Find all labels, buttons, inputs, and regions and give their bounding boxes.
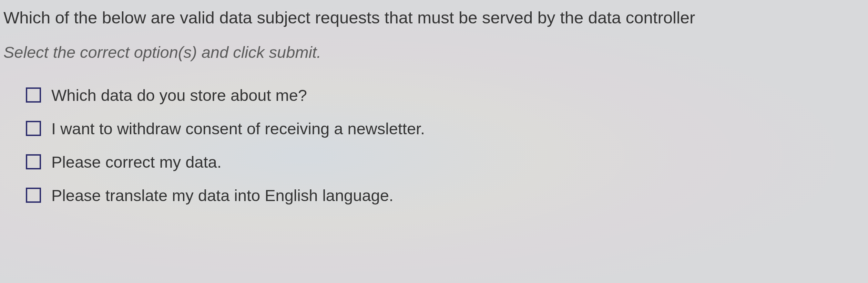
option-label[interactable]: Please translate my data into English la… — [51, 186, 394, 205]
option-label[interactable]: Please correct my data. — [51, 153, 222, 171]
option-row: Please translate my data into English la… — [26, 186, 865, 205]
option-label[interactable]: I want to withdraw consent of receiving … — [51, 119, 425, 138]
option-row: Which data do you store about me? — [26, 86, 865, 105]
checkbox-option-1[interactable] — [26, 87, 41, 103]
option-row: I want to withdraw consent of receiving … — [26, 119, 865, 138]
option-label[interactable]: Which data do you store about me? — [51, 86, 307, 105]
options-container: Which data do you store about me? I want… — [3, 86, 865, 205]
option-row: Please correct my data. — [26, 153, 865, 171]
checkbox-option-4[interactable] — [26, 188, 41, 203]
instruction-text: Select the correct option(s) and click s… — [3, 43, 865, 62]
checkbox-option-3[interactable] — [26, 154, 41, 169]
checkbox-option-2[interactable] — [26, 121, 41, 136]
question-text: Which of the below are valid data subjec… — [3, 7, 865, 29]
